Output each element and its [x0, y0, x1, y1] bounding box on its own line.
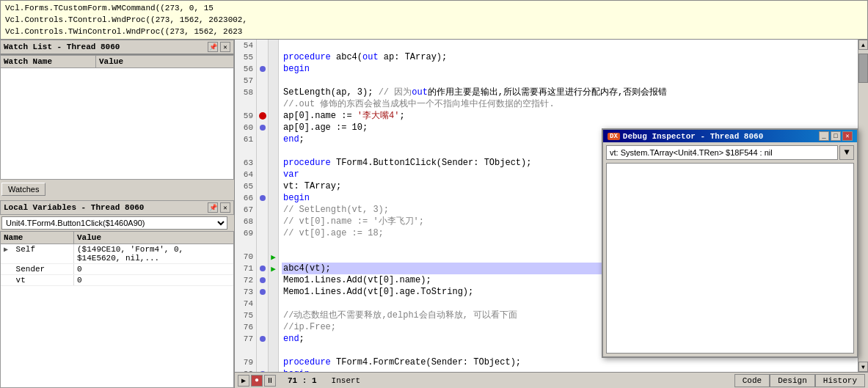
status-bar: ▶ ● ⏸ 71 : 1 Insert Code Design History: [235, 372, 868, 388]
tooltip-line-2: Vcl.Controls.TControl.WndProc((273, 1562…: [5, 14, 863, 26]
play-button[interactable]: ▶: [238, 375, 249, 387]
tab-code[interactable]: Code: [734, 374, 770, 387]
scrollbar-thumb[interactable]: [858, 54, 868, 83]
expand-icon-sender: [4, 266, 11, 274]
tooltip-line-3: Vcl.Controls.TWinControl.WndProc((273, 1…: [5, 26, 863, 37]
status-tabs: Code Design History: [734, 374, 865, 387]
scrollbar-track[interactable]: [858, 50, 868, 362]
expand-icon-vt: [4, 277, 11, 285]
debug-inspector-titlebar: DX Debug Inspector - Thread 8060 _ □ ✕: [603, 130, 857, 142]
tooltip-line-1: Vcl.Forms.TCustomForm.WMCommand((273, 0,…: [5, 2, 863, 14]
debug-inspector-close[interactable]: ✕: [842, 131, 853, 141]
locals-value-sender: 0: [74, 264, 233, 274]
scrollbar-up[interactable]: ▲: [858, 40, 868, 50]
breakpoint-area: [257, 40, 269, 372]
line-numbers: 5455565758596061636465666768697071727374…: [235, 40, 257, 372]
dx-badge: DX: [608, 133, 620, 140]
locals-row-sender: Sender 0: [1, 264, 233, 275]
localvars-pin[interactable]: 📌: [208, 202, 218, 213]
debug-inspector-maximize[interactable]: □: [831, 131, 841, 141]
debug-inspector-minimize[interactable]: _: [819, 131, 829, 141]
gutter-area: ▶▶: [269, 40, 279, 372]
inspector-value-input[interactable]: [606, 145, 838, 160]
locals-name-sender: Sender: [1, 264, 74, 274]
locals-value-self: ($149CE10, 'Form4', 0, $14E5620, nil,...: [74, 244, 233, 263]
watchlist-header: Watch List - Thread 8060 📌 ✕: [0, 40, 234, 55]
localvars-title: Local Variables - Thread 8060: [4, 203, 144, 212]
inspector-body: [606, 163, 854, 354]
locals-col-name: Name: [1, 232, 74, 244]
function-dropdown[interactable]: Unit4.TForm4.Button1Click($1460A90): [1, 216, 227, 230]
locals-name-self: ▶ Self: [1, 244, 74, 263]
watchlist-close[interactable]: ✕: [220, 42, 230, 52]
status-position: 71 : 1: [279, 376, 326, 385]
watch-col-name: Watch Name: [1, 56, 96, 67]
pause-button[interactable]: ⏸: [264, 375, 276, 387]
locals-name-vt: vt: [1, 275, 74, 285]
locals-row-self: ▶ Self ($149CE10, 'Form4', 0, $14E5620, …: [1, 244, 233, 264]
watchlist-pin[interactable]: 📌: [208, 42, 218, 52]
status-mode: Insert: [326, 376, 367, 385]
watch-col-value: Value: [96, 56, 233, 67]
watch-content: [1, 68, 233, 175]
watchlist-title: Watch List - Thread 8060: [4, 43, 120, 51]
localvars-header: Local Variables - Thread 8060 📌 ✕: [0, 200, 234, 215]
locals-row-vt: vt 0: [1, 275, 233, 286]
locals-table: Name Value ▶ Self ($149CE10, 'Form4', 0,…: [0, 231, 234, 388]
stop-button[interactable]: ●: [251, 375, 263, 387]
debug-inspector: DX Debug Inspector - Thread 8060 _ □ ✕ ▼: [602, 128, 858, 358]
debug-inspector-content: ▼: [603, 142, 857, 356]
localvars-close[interactable]: ✕: [220, 202, 230, 213]
inspector-dropdown-btn[interactable]: ▼: [839, 145, 854, 160]
watches-btn-row: Watches: [0, 180, 234, 199]
status-controls: ▶ ● ⏸: [235, 375, 279, 387]
tab-design[interactable]: Design: [770, 374, 815, 387]
locals-col-value: Value: [74, 232, 233, 244]
scrollbar-vertical[interactable]: ▲ ▼: [858, 40, 868, 372]
tab-history[interactable]: History: [815, 374, 865, 387]
scrollbar-down[interactable]: ▼: [858, 362, 868, 372]
tooltip-area: Vcl.Forms.TCustomForm.WMCommand((273, 0,…: [0, 0, 868, 40]
watch-table: Watch Name Value: [0, 55, 234, 180]
expand-icon-self[interactable]: ▶: [4, 245, 11, 254]
debug-inspector-title-text: Debug Inspector - Thread 8060: [623, 132, 763, 141]
watches-button[interactable]: Watches: [1, 183, 45, 196]
locals-value-vt: 0: [74, 275, 233, 285]
